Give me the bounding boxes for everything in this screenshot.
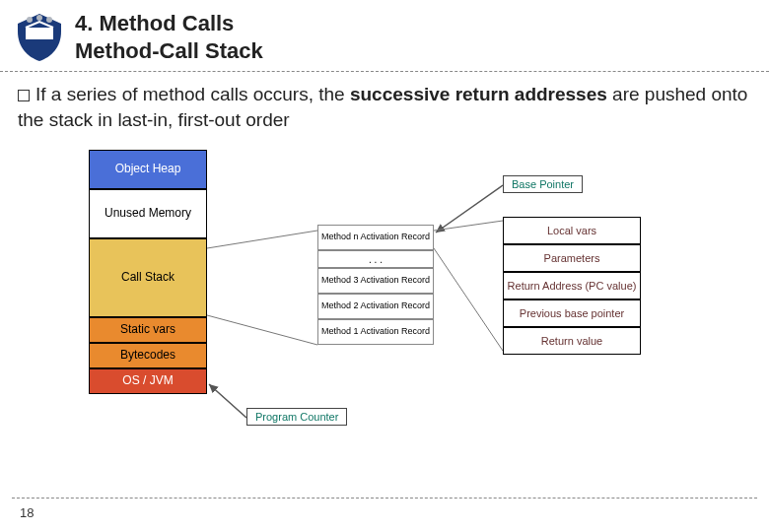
record-return-addr: Return Address (PC value) (503, 272, 641, 299)
activation-record-n: Method n Activation Record (317, 225, 434, 250)
memory-diagram: Object Heap Unused Memory Call Stack Sta… (89, 150, 680, 455)
activation-record-3: Method 3 Activation Record (317, 268, 434, 294)
activation-record-ellipsis: . . . (317, 250, 434, 268)
svg-point-2 (36, 15, 42, 21)
bullet-text: If a series of method calls occurs, the … (18, 82, 751, 132)
cell-unused-memory: Unused Memory (89, 189, 207, 238)
university-crest-icon (12, 10, 67, 65)
svg-line-5 (207, 315, 317, 345)
cell-bytecodes: Bytecodes (89, 343, 207, 368)
activation-record-detail-column: Local vars Parameters Return Address (PC… (503, 217, 641, 355)
footer-divider (12, 498, 757, 499)
record-parameters: Parameters (503, 244, 641, 272)
bullet-prefix: If (35, 84, 46, 104)
activation-records-column: Method n Activation Record . . . Method … (317, 225, 434, 345)
svg-rect-0 (26, 28, 53, 39)
cell-call-stack: Call Stack (89, 238, 207, 317)
bullet-mid1: a series of method calls occurs, the (46, 84, 350, 104)
svg-point-3 (46, 17, 52, 23)
svg-line-6 (436, 185, 503, 233)
memory-stack-column: Object Heap Unused Memory Call Stack Sta… (89, 150, 207, 394)
record-prev-bp: Previous base pointer (503, 299, 641, 327)
svg-line-4 (207, 231, 317, 248)
record-return-val: Return value (503, 327, 641, 355)
cell-object-heap: Object Heap (89, 150, 207, 189)
activation-record-2: Method 2 Activation Record (317, 294, 434, 319)
slide-title-line1: 4. Method Calls (75, 10, 263, 37)
page-number: 18 (20, 505, 34, 520)
slide-title-line2: Method-Call Stack (75, 37, 263, 65)
activation-record-1: Method 1 Activation Record (317, 319, 434, 345)
svg-line-7 (434, 221, 503, 231)
program-counter-label: Program Counter (246, 408, 347, 426)
svg-point-1 (27, 17, 33, 23)
cell-os-jvm: OS / JVM (89, 368, 207, 394)
base-pointer-label: Base Pointer (503, 175, 583, 193)
bullet-strong: successive return addresses (350, 84, 607, 104)
svg-line-8 (434, 248, 503, 351)
record-local-vars: Local vars (503, 217, 641, 244)
svg-line-9 (209, 384, 246, 418)
bullet-square-icon (18, 90, 30, 101)
cell-static-vars: Static vars (89, 317, 207, 343)
